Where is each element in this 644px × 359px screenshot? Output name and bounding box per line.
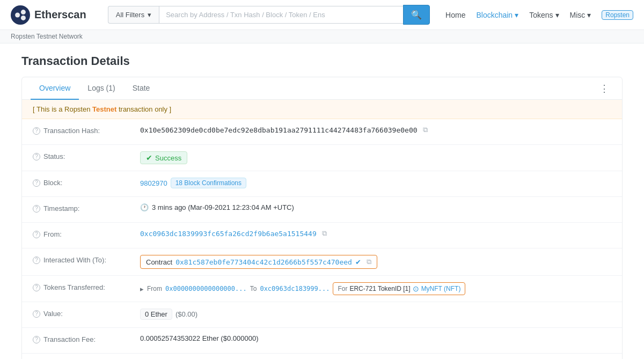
transfer-arrow-icon: ▸ [140,285,144,293]
token-to-address[interactable]: 0xc0963dc183999... [260,285,330,292]
nav-blockchain[interactable]: Blockchain ▾ [476,9,518,21]
verified-icon: ✔ [355,258,361,266]
etherscan-logo [11,5,30,25]
copy-contract-icon[interactable]: ⧉ [367,258,371,266]
copy-txhash-icon[interactable]: ⧉ [423,126,428,134]
label-transaction-hash: ? Transaction Hash: [33,126,140,135]
clock-icon: 🕐 [140,203,149,211]
nav-tokens[interactable]: Tokens ▾ [529,9,559,21]
row-gas-price: ? Gas Price: 0.000000001889505363 Ether … [22,354,622,359]
search-bar: All Filters ▾ 🔍 [108,5,430,25]
value-transaction-hash: 0x10e5062309de0cd0be7edc92e8dbab191aa279… [140,126,611,134]
token-name-link[interactable]: MyNFT (NFT) [421,285,461,292]
label-from: ? From: [33,229,140,238]
filter-chevron-icon: ▾ [148,11,151,19]
tokens-chevron-icon: ▾ [555,11,559,19]
help-icon-value[interactable]: ? [33,310,40,318]
page-title: Transaction Details [21,54,623,68]
help-icon-tokens[interactable]: ? [33,284,40,291]
notice-brand: Ropsten [64,105,92,113]
help-icon-block[interactable]: ? [33,179,40,187]
ether-badge: 0 Ether [140,309,172,320]
misc-chevron-icon: ▾ [587,11,591,19]
nav-home[interactable]: Home [445,9,465,21]
main-nav: Home Blockchain ▾ Tokens ▾ Misc ▾ Ropste… [445,9,633,21]
label-interacted-with: ? Interacted With (To): [33,255,140,264]
search-icon: 🔍 [411,10,422,19]
row-status: ? Status: ✔ Success [22,145,622,171]
brand-logo-link[interactable]: Etherscan [11,5,86,25]
help-icon-to[interactable]: ? [33,257,40,264]
label-transaction-fee: ? Transaction Fee: [33,334,140,343]
status-check-icon: ✔ [146,153,152,162]
value-transaction-fee: 0.00052574353022 Ether ($0.000000) [140,334,611,342]
blockchain-chevron-icon: ▾ [515,11,518,19]
search-input[interactable] [159,6,403,24]
navbar: Etherscan All Filters ▾ 🔍 Home Blockchai… [0,0,644,30]
filter-button[interactable]: All Filters ▾ [108,6,159,24]
notice-banner: [ This is a Ropsten Testnet transaction … [22,100,622,119]
nft-badge: For ERC-721 TokenID [1] ⊙ MyNFT (NFT) [333,282,465,295]
svg-point-0 [11,5,30,25]
tokens-row: ▸ From 0x0000000000000000... To 0xc0963d… [140,282,465,295]
row-block: ? Block: 9802970 18 Block Confirmations [22,171,622,197]
status-badge: ✔ Success [140,151,187,164]
transaction-card: Overview Logs (1) State ⋮ [ This is a Ro… [21,77,623,359]
help-icon-status[interactable]: ? [33,153,40,160]
row-transaction-fee: ? Transaction Fee: 0.00052574353022 Ethe… [22,328,622,354]
label-status: ? Status: [33,151,140,160]
row-value: ? Value: 0 Ether ($0.00) [22,302,622,328]
label-block: ? Block: [33,178,140,187]
row-tokens-transferred: ? Tokens Transferred: ▸ From 0x000000000… [22,276,622,302]
subheader: Ropsten Testnet Network [0,30,644,43]
row-timestamp: ? Timestamp: 🕐 3 mins ago (Mar-09-2021 1… [22,197,622,223]
block-confirmations-badge: 18 Block Confirmations [171,178,246,188]
row-transaction-hash: ? Transaction Hash: 0x10e5062309de0cd0be… [22,119,622,145]
row-from: ? From: 0xc0963dc1839993fc65fa26cd2f9b6a… [22,223,622,248]
value-status: ✔ Success [140,151,611,164]
tabs-bar: Overview Logs (1) State ⋮ [22,77,622,100]
nft-logo-icon: ⊙ [413,284,419,293]
nav-misc[interactable]: Misc ▾ [570,9,591,21]
help-icon-timestamp[interactable]: ? [33,205,40,213]
svg-point-2 [21,10,26,14]
value-block: 9802970 18 Block Confirmations [140,178,611,188]
label-timestamp: ? Timestamp: [33,203,140,213]
row-interacted-with: ? Interacted With (To): Contract 0x81c58… [22,248,622,276]
from-address-link[interactable]: 0xc0963dc1839993fc65fa26cd2f9b6ae5a15154… [140,230,317,238]
label-tokens-transferred: ? Tokens Transferred: [33,282,140,291]
contract-box: Contract 0x81c587eb0fe773404c42c1d2666b5… [140,255,377,269]
token-from-address[interactable]: 0x0000000000000000... [165,285,247,292]
tab-state[interactable]: State [124,77,159,100]
network-badge: Ropsten [602,10,633,20]
value-value: 0 Ether ($0.00) [140,309,611,320]
main-content: Transaction Details Overview Logs (1) St… [11,43,633,359]
svg-point-1 [15,12,20,17]
tab-overview[interactable]: Overview [31,77,79,100]
value-timestamp: 🕐 3 mins ago (Mar-09-2021 12:23:04 AM +U… [140,203,611,211]
filter-label: All Filters [116,11,144,19]
tab-options-button[interactable]: ⋮ [595,80,613,97]
label-value: ? Value: [33,309,140,318]
help-icon-from[interactable]: ? [33,231,40,238]
svg-point-3 [21,15,26,20]
contract-address-link[interactable]: 0x81c587eb0fe773404c42c1d2666b5f557c470e… [175,258,352,266]
value-from: 0xc0963dc1839993fc65fa26cd2f9b6ae5a15154… [140,229,611,238]
help-icon-fee[interactable]: ? [33,336,40,343]
copy-from-icon[interactable]: ⧉ [322,229,327,238]
brand-name: Etherscan [34,9,86,21]
block-number-link[interactable]: 9802970 [140,179,167,187]
help-icon-txhash[interactable]: ? [33,127,40,135]
notice-testnet: Testnet [92,105,116,113]
search-button[interactable]: 🔍 [403,5,430,25]
value-tokens-transferred: ▸ From 0x0000000000000000... To 0xc0963d… [140,282,611,295]
value-interacted-with: Contract 0x81c587eb0fe773404c42c1d2666b5… [140,255,611,269]
tab-logs[interactable]: Logs (1) [79,77,123,100]
